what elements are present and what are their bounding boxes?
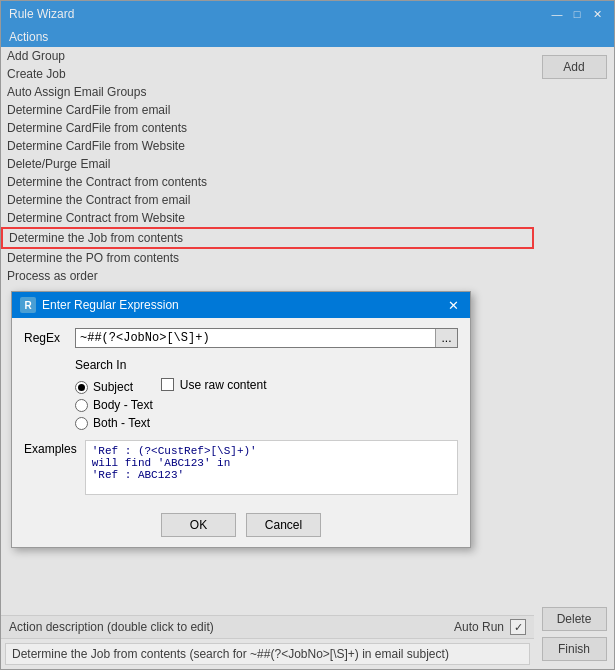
regex-input-container: ...: [75, 328, 458, 348]
regex-row: RegEx ...: [24, 328, 458, 348]
radio-subject-label: Subject: [93, 380, 133, 394]
modal-dialog: R Enter Regular Expression ✕ RegEx ...: [11, 291, 471, 548]
regex-dots-button[interactable]: ...: [435, 329, 457, 347]
search-in-label: Search In: [75, 358, 153, 372]
modal-close-button[interactable]: ✕: [444, 296, 462, 314]
radio-subject[interactable]: Subject: [75, 380, 153, 394]
modal-icon: R: [20, 297, 36, 313]
examples-label: Examples: [24, 440, 77, 456]
examples-box: 'Ref : (?<CustRef>[\S]+)'will find 'ABC1…: [85, 440, 458, 495]
radio-both-btn[interactable]: [75, 417, 88, 430]
search-in-right: Use raw content: [161, 358, 267, 430]
modal-body: RegEx ... Search In Subject: [12, 318, 470, 505]
radio-body-text[interactable]: Body - Text: [75, 398, 153, 412]
modal-cancel-button[interactable]: Cancel: [246, 513, 321, 537]
use-raw-content-label: Use raw content: [180, 378, 267, 392]
radio-both-text[interactable]: Both - Text: [75, 416, 153, 430]
regex-input[interactable]: [76, 329, 435, 347]
regex-label: RegEx: [24, 331, 69, 345]
search-in-left: Search In Subject Body - Text Both - Tex…: [75, 358, 153, 430]
modal-footer: OK Cancel: [12, 505, 470, 547]
modal-title-bar: R Enter Regular Expression ✕: [12, 292, 470, 318]
rule-wizard-window: Rule Wizard — □ ✕ Actions Add GroupCreat…: [0, 0, 615, 670]
modal-title: R Enter Regular Expression: [20, 297, 179, 313]
search-in-section: Search In Subject Body - Text Both - Tex…: [75, 358, 458, 430]
use-raw-content-checkbox[interactable]: [161, 378, 174, 391]
radio-both-label: Both - Text: [93, 416, 150, 430]
radio-body-btn[interactable]: [75, 399, 88, 412]
modal-overlay: R Enter Regular Expression ✕ RegEx ...: [1, 1, 614, 669]
examples-section: Examples 'Ref : (?<CustRef>[\S]+)'will f…: [24, 440, 458, 495]
radio-body-label: Body - Text: [93, 398, 153, 412]
modal-ok-button[interactable]: OK: [161, 513, 236, 537]
radio-subject-btn[interactable]: [75, 381, 88, 394]
